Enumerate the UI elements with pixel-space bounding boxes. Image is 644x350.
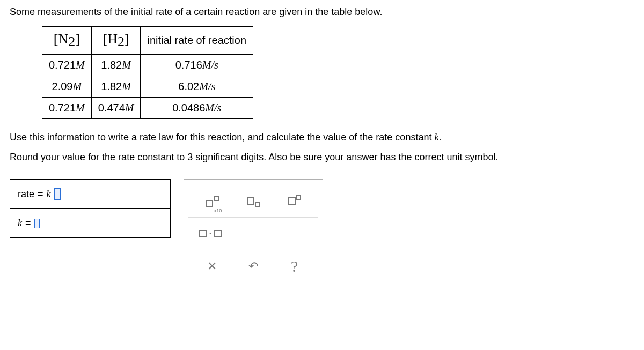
question-icon: ? [291,257,298,275]
prompt-rate-law: Use this information to write a rate law… [10,132,634,143]
answer-area: rate = k k = x10 [10,179,634,288]
k-symbol: k [47,189,51,200]
cell-n2: 2.09M [42,76,92,98]
undo-button[interactable]: ↶ [241,257,266,276]
answer-box-group: rate = k k = [10,179,171,238]
cell-h2: 0.474M [91,98,141,119]
rate-law-row: rate = k [10,180,170,208]
cell-n2: 0.721M [42,98,92,119]
close-icon: ✕ [207,259,217,273]
cell-rate: 6.02M/s [141,76,253,98]
symbol-palette: x10 · ✕ ↶ ? [184,179,323,288]
table-row: 0.721M 0.474M 0.0486M/s [42,98,253,119]
scientific-notation-button[interactable]: x10 [200,191,224,211]
k-label: k [18,218,22,229]
table-header-row: [N2] [H2] initial rate of reaction [42,27,253,55]
multiply-dot-button[interactable]: · [198,224,223,243]
k-value-row: k = [10,208,170,237]
equals-sign: = [25,218,31,229]
cell-n2: 0.721M [42,55,92,76]
help-button[interactable]: ? [282,257,307,276]
header-n2: [N2] [42,27,92,55]
cell-h2: 1.82M [91,76,141,98]
palette-row-dot: · [188,217,318,250]
prompt-round: Round your value for the rate constant t… [10,152,634,163]
palette-row-exponents: x10 [188,185,318,217]
subscript-button[interactable] [241,191,266,211]
superscript-button[interactable] [282,191,307,211]
table-row: 2.09M 1.82M 6.02M/s [42,76,253,98]
undo-icon: ↶ [248,259,258,273]
data-table: [N2] [H2] initial rate of reaction 0.721… [42,26,253,119]
rate-label: rate [18,189,34,200]
header-rate: initial rate of reaction [141,27,253,55]
intro-text: Some measurements of the initial rate of… [10,6,634,18]
cell-rate: 0.0486M/s [141,98,253,119]
rate-law-input[interactable] [54,188,61,200]
header-h2: [H2] [91,27,141,55]
k-value-input[interactable] [34,219,40,228]
clear-button[interactable]: ✕ [200,257,224,276]
palette-row-controls: ✕ ↶ ? [188,250,318,282]
equals-sign: = [38,189,43,200]
cell-rate: 0.716M/s [141,55,253,76]
cell-h2: 1.82M [91,55,141,76]
table-row: 0.721M 1.82M 0.716M/s [42,55,253,76]
